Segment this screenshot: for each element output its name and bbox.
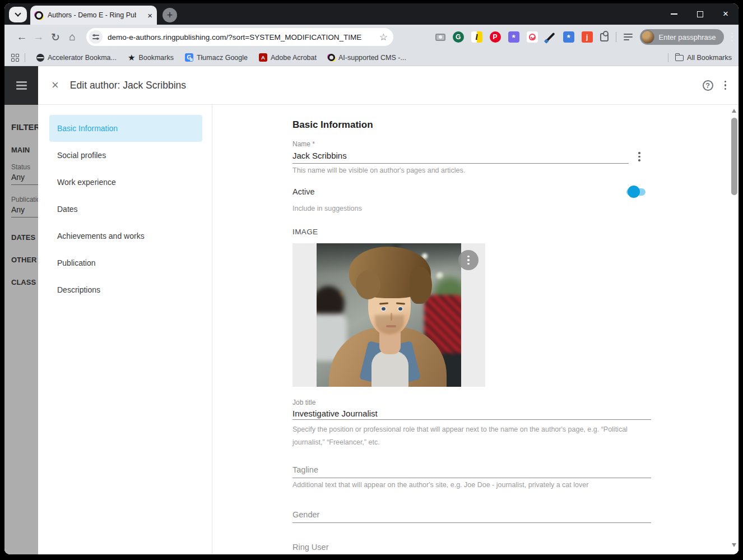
- browser-window: Authors - Demo E - Ring Publis × + × ← →…: [4, 3, 739, 554]
- active-label: Active: [292, 187, 315, 196]
- scroll-down-arrow[interactable]: [732, 543, 736, 547]
- eyedropper-extension-icon[interactable]: [546, 33, 555, 41]
- profile-label: Enter passphrase: [659, 33, 716, 41]
- active-tab[interactable]: Authors - Demo E - Ring Publis ×: [30, 6, 157, 25]
- site-settings-icon[interactable]: [89, 30, 103, 44]
- ring-publishing-icon: [328, 54, 335, 61]
- photo-paint: [410, 267, 432, 304]
- nav-item-descriptions[interactable]: Descriptions: [49, 276, 202, 303]
- extensions-puzzle-icon[interactable]: [600, 33, 609, 41]
- all-bookmarks-label: All Bookmarks: [687, 54, 732, 62]
- nav-item-achievements[interactable]: Achievements and works: [49, 223, 202, 249]
- nav-item-work-experience[interactable]: Work experience: [49, 169, 202, 196]
- image-kebab-icon: [467, 256, 470, 265]
- pocket-extension-icon[interactable]: [527, 31, 538, 43]
- tagline-field[interactable]: Tagline: [292, 465, 318, 474]
- edit-author-modal: × Edit author: Jack Scribbins ? Basic In…: [38, 66, 739, 554]
- tune-icon: [92, 34, 99, 40]
- reload-button[interactable]: ↻: [47, 31, 64, 44]
- bookmark-label: Adobe Acrobat: [271, 54, 317, 62]
- bookmark-adobe[interactable]: A Adobe Acrobat: [259, 53, 317, 62]
- bookmark-label: Accelerator Bookma...: [48, 54, 117, 62]
- apps-grid-icon[interactable]: [11, 54, 19, 62]
- active-helper: Include in suggestions: [292, 204, 651, 213]
- browser-titlebar: Authors - Demo E - Ring Publis × + ×: [4, 3, 739, 25]
- nav-item-social-profiles[interactable]: Social profiles: [49, 142, 202, 169]
- bookmark-star-icon[interactable]: ☆: [379, 31, 388, 43]
- nav-item-basic-information[interactable]: Basic Information: [49, 115, 202, 142]
- browser-menu-kebab-icon[interactable]: [731, 33, 733, 42]
- page-content: FILTER MAIN Status Any Publication Any D…: [4, 66, 739, 554]
- author-photo: [317, 243, 461, 387]
- forward-button[interactable]: →: [30, 31, 47, 43]
- photo-paint: [386, 325, 396, 327]
- grammarly-extension-icon[interactable]: G: [453, 31, 464, 43]
- photo-paint: [398, 307, 402, 311]
- profile-avatar: [641, 30, 654, 44]
- field-underline: [292, 478, 651, 478]
- bookmark-accelerator[interactable]: Accelerator Bookma...: [36, 54, 117, 62]
- star-icon: ★: [128, 53, 135, 63]
- tab-search-button[interactable]: [9, 7, 27, 22]
- modal-scrollbar[interactable]: [730, 105, 739, 554]
- back-button[interactable]: ←: [13, 31, 30, 43]
- minimize-icon: [671, 13, 677, 15]
- folder-icon: [675, 55, 684, 61]
- bookmark-label: Bookmarks: [138, 54, 174, 62]
- window-maximize-button[interactable]: [687, 3, 713, 25]
- photo-paint: [372, 351, 408, 387]
- name-field-kebab-icon[interactable]: [638, 152, 640, 161]
- help-icon[interactable]: ?: [703, 80, 713, 91]
- pinterest-extension-icon[interactable]: P: [490, 31, 501, 43]
- name-helper: This name will be visible on author's pa…: [292, 166, 651, 175]
- new-tab-button[interactable]: +: [162, 8, 177, 22]
- window-close-button[interactable]: ×: [713, 3, 739, 25]
- nav-item-dates[interactable]: Dates: [49, 196, 202, 223]
- image-section-label: IMAGE: [292, 228, 318, 236]
- field-underline: [292, 522, 651, 523]
- purple-extension-icon[interactable]: *: [508, 31, 519, 43]
- bookmark-translate[interactable]: G Tłumacz Google: [185, 53, 248, 62]
- gender-field[interactable]: Gender: [292, 510, 319, 519]
- name-label: Name *: [292, 140, 315, 148]
- address-bar[interactable]: demo-e-authors.ringpublishing.com/?sort=…: [86, 28, 393, 46]
- photo-paint: [391, 313, 392, 321]
- tab-close-icon[interactable]: ×: [147, 11, 152, 20]
- all-bookmarks-button[interactable]: All Bookmarks: [675, 54, 732, 62]
- modal-actions: ?: [703, 80, 727, 91]
- scroll-up-arrow[interactable]: [732, 109, 736, 113]
- ring-user-field[interactable]: Ring User: [292, 543, 328, 552]
- url-text[interactable]: demo-e-authors.ringpublishing.com/?sort=…: [108, 33, 376, 41]
- photo-paint: [356, 270, 380, 299]
- snowflake-extension-icon[interactable]: *: [563, 31, 574, 43]
- jira-extension-icon[interactable]: j: [582, 31, 593, 43]
- job-title-field[interactable]: Investigative Journalist: [292, 409, 378, 418]
- bookmarks-bar: Accelerator Bookma... ★ Bookmarks G Tłum…: [4, 49, 739, 66]
- screenshot-extension-icon[interactable]: [435, 34, 445, 41]
- bookmark-ai-cms[interactable]: AI-supported CMS -...: [328, 54, 406, 62]
- bookmark-bookmarks[interactable]: ★ Bookmarks: [128, 53, 174, 63]
- profile-button[interactable]: Enter passphrase: [640, 29, 724, 45]
- close-icon[interactable]: ×: [52, 79, 59, 91]
- modal-menu-kebab-icon[interactable]: [725, 81, 727, 90]
- home-button[interactable]: ⌂: [64, 31, 81, 43]
- job-title-label: Job title: [292, 399, 315, 406]
- scrollbar-thumb[interactable]: [731, 118, 737, 195]
- image-menu-button[interactable]: [458, 250, 479, 270]
- modal-backdrop-scrim: [4, 66, 38, 554]
- job-title-helper: Specify the position or professional rol…: [292, 423, 651, 448]
- photo-paint: [382, 307, 386, 311]
- chevron-down-icon: [15, 10, 21, 16]
- window-minimize-button[interactable]: [661, 3, 687, 25]
- ring-publishing-favicon: [35, 11, 43, 20]
- browser-toolbar: ← → ↻ ⌂ demo-e-authors.ringpublishing.co…: [4, 25, 739, 49]
- bookmark-label: AI-supported CMS -...: [338, 54, 406, 62]
- loom-extension-icon[interactable]: l: [471, 31, 482, 43]
- reading-list-icon[interactable]: [624, 34, 633, 40]
- name-field[interactable]: Jack Scribbins: [292, 151, 347, 160]
- field-underline: [292, 419, 651, 420]
- modal-body: Basic Information Social profiles Work e…: [38, 105, 739, 554]
- nav-item-publication[interactable]: Publication: [49, 249, 202, 276]
- modal-nav: Basic Information Social profiles Work e…: [49, 115, 202, 303]
- section-title: Basic Information: [292, 119, 373, 131]
